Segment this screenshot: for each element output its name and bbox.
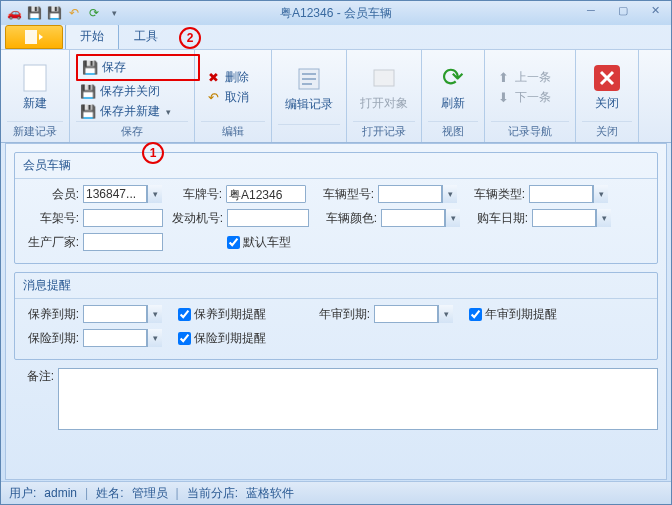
vin-input[interactable] [83, 209, 163, 227]
svg-rect-0 [25, 30, 37, 44]
color-label: 车辆颜色: [313, 210, 377, 227]
edit-record-button[interactable]: 编辑记录 [279, 63, 339, 115]
prev-record-button: ⬆上一条 [491, 68, 577, 87]
save-new-button[interactable]: 💾保存并新建▾ [76, 102, 196, 121]
save-icon: 💾 [82, 60, 98, 76]
refresh-button[interactable]: ⟳ 刷新 [433, 62, 473, 114]
svg-rect-1 [24, 65, 46, 91]
remind-panel: 消息提醒 保养到期: ▾ 保养到期提醒 年审到期: ▾ 年审到期提醒 保险到期:… [14, 272, 658, 360]
chevron-down-icon: ▾ [596, 209, 611, 227]
titlebar: 🚗 💾 💾 ↶ ⟳ ▾ 粤A12346 - 会员车辆 ─ ▢ ✕ [1, 1, 671, 25]
chevron-down-icon: ▾ [166, 107, 171, 117]
app-menu-button[interactable] [5, 25, 63, 49]
open-object-button: 打开对象 [354, 62, 414, 114]
tab-start[interactable]: 开始 [65, 23, 119, 49]
next-record-button: ⬇下一条 [491, 88, 577, 107]
maint-to-label: 保养到期: [23, 306, 79, 323]
status-name: 管理员 [132, 485, 168, 502]
inspect-date-picker[interactable]: ▾ [374, 305, 453, 323]
edit-record-icon [295, 65, 323, 93]
new-button[interactable]: 新建 [15, 62, 55, 114]
member-label: 会员: [23, 186, 79, 203]
group-label-editrec [278, 124, 340, 142]
save-new-icon: 💾 [80, 104, 96, 120]
new-icon [21, 64, 49, 92]
qat-dropdown-icon[interactable]: ▾ [105, 4, 123, 22]
vin-label: 车架号: [23, 210, 79, 227]
app-menu-icon [25, 30, 43, 44]
group-label-edit: 编辑 [201, 121, 265, 142]
insure-remind-checkbox[interactable]: 保险到期提醒 [178, 330, 266, 347]
maint-date-picker[interactable]: ▾ [83, 305, 162, 323]
chevron-down-icon: ▾ [593, 185, 608, 203]
inspect-remind-checkbox[interactable]: 年审到期提醒 [469, 306, 557, 323]
up-arrow-icon: ⬆ [495, 70, 511, 86]
tab-tools[interactable]: 工具 [119, 23, 173, 49]
vehicle-panel-title: 会员车辆 [15, 153, 657, 179]
model-label: 车辆型号: [310, 186, 374, 203]
memo-label: 备注: [14, 368, 54, 385]
member-combo[interactable]: 136847...▾ [83, 185, 162, 203]
group-label-new: 新建记录 [7, 121, 63, 142]
vehicle-panel: 会员车辆 会员: 136847...▾ 车牌号: 粤A12346 车辆型号: ▾… [14, 152, 658, 264]
close-button[interactable]: 关闭 [587, 62, 627, 114]
status-name-label: 姓名: [96, 485, 123, 502]
statusbar: 用户: admin | 姓名: 管理员 | 当前分店: 蓝格软件 [1, 481, 671, 504]
cancel-button[interactable]: ↶取消 [201, 88, 273, 107]
delete-icon: ✖ [205, 70, 221, 86]
ribbon-tabs: 开始 工具 2 [1, 25, 671, 49]
chevron-down-icon: ▾ [438, 305, 453, 323]
svg-rect-4 [302, 78, 316, 80]
remind-panel-title: 消息提醒 [15, 273, 657, 299]
type-combo[interactable]: ▾ [529, 185, 608, 203]
maximize-button[interactable]: ▢ [611, 1, 635, 19]
status-user-label: 用户: [9, 485, 36, 502]
qat-undo-icon[interactable]: ↶ [65, 4, 83, 22]
save-close-icon: 💾 [80, 84, 96, 100]
qat-saveclose-icon[interactable]: 💾 [45, 4, 63, 22]
chevron-down-icon: ▾ [442, 185, 457, 203]
chevron-down-icon: ▾ [445, 209, 460, 227]
svg-rect-6 [374, 70, 394, 86]
buydate-label: 购车日期: [464, 210, 528, 227]
color-combo[interactable]: ▾ [381, 209, 460, 227]
save-close-button[interactable]: 💾保存并关闭 [76, 82, 196, 101]
engine-label: 发动机号: [167, 210, 223, 227]
quick-access-toolbar: 🚗 💾 💾 ↶ ⟳ ▾ [1, 4, 127, 22]
model-combo[interactable]: ▾ [378, 185, 457, 203]
close-window-button[interactable]: ✕ [643, 1, 667, 19]
refresh-icon: ⟳ [439, 64, 467, 92]
chevron-down-icon: ▾ [147, 305, 162, 323]
open-object-icon [370, 64, 398, 92]
status-branch-label: 当前分店: [187, 485, 238, 502]
close-icon [593, 64, 621, 92]
maker-label: 生产厂家: [23, 234, 79, 251]
annotation-1: 1 [142, 142, 164, 164]
qat-save-icon[interactable]: 💾 [25, 4, 43, 22]
save-button[interactable]: 💾保存 [76, 54, 200, 81]
insure-to-label: 保险到期: [23, 330, 79, 347]
default-model-checkbox[interactable]: 默认车型 [227, 234, 291, 251]
qat-refresh-icon[interactable]: ⟳ [85, 4, 103, 22]
svg-rect-3 [302, 73, 316, 75]
chevron-down-icon: ▾ [147, 185, 162, 203]
minimize-button[interactable]: ─ [579, 1, 603, 19]
memo-textarea[interactable] [58, 368, 658, 430]
plate-label: 车牌号: [166, 186, 222, 203]
plate-input[interactable]: 粤A12346 [226, 185, 306, 203]
form-area: 1 会员车辆 会员: 136847...▾ 车牌号: 粤A12346 车辆型号:… [5, 143, 667, 480]
buydate-picker[interactable]: ▾ [532, 209, 611, 227]
app-window: 🚗 💾 💾 ↶ ⟳ ▾ 粤A12346 - 会员车辆 ─ ▢ ✕ 开始 工具 2… [0, 0, 672, 505]
group-label-open: 打开记录 [353, 121, 415, 142]
status-user: admin [44, 486, 77, 500]
insure-date-picker[interactable]: ▾ [83, 329, 162, 347]
maint-remind-checkbox[interactable]: 保养到期提醒 [178, 306, 266, 323]
maker-input[interactable] [83, 233, 163, 251]
group-label-save: 保存 [76, 121, 188, 142]
member-value: 136847... [83, 185, 147, 203]
status-branch: 蓝格软件 [246, 485, 294, 502]
engine-input[interactable] [227, 209, 309, 227]
annotation-2: 2 [179, 27, 201, 49]
delete-button[interactable]: ✖删除 [201, 68, 273, 87]
group-label-nav: 记录导航 [491, 121, 569, 142]
